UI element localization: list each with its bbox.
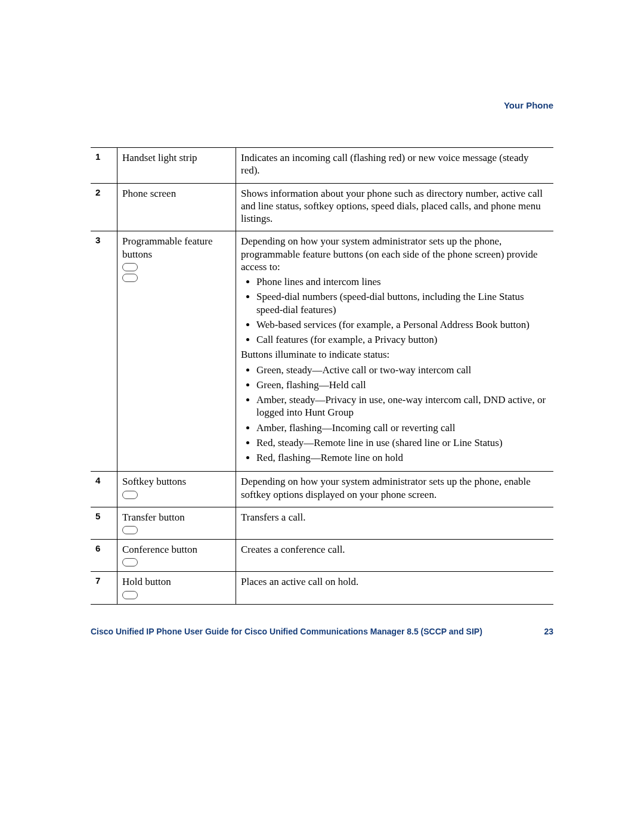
row-feature-name: Softkey buttons	[117, 472, 236, 507]
row-description: Places an active call on hold.	[236, 572, 554, 604]
button-pill-icon	[122, 491, 138, 499]
row-number: 3	[91, 231, 117, 472]
list-item: Call features (for example, a Privacy bu…	[256, 333, 549, 346]
row-feature-name: Handset light strip	[117, 148, 236, 184]
list-item: Web-based services (for example, a Perso…	[256, 318, 549, 331]
button-pill-icon	[122, 558, 138, 566]
row-description: Transfers a call.	[236, 507, 554, 539]
row-number: 4	[91, 472, 117, 507]
feature-table: 1Handset light stripIndicates an incomin…	[91, 147, 553, 605]
table-row: 2Phone screenShows information about you…	[91, 183, 553, 231]
footer-title: Cisco Unified IP Phone User Guide for Ci…	[91, 627, 482, 636]
button-pill-icon	[122, 591, 138, 599]
row-description: Creates a conference call.	[236, 540, 554, 572]
row-feature-name: Transfer button	[117, 507, 236, 539]
table-row: 6Conference buttonCreates a conference c…	[91, 540, 553, 572]
list-item: Green, steady—Active call or two-way int…	[256, 364, 549, 376]
table-row: 1Handset light stripIndicates an incomin…	[91, 148, 553, 184]
section-header: Your Phone	[504, 100, 553, 110]
row-feature-name: Phone screen	[117, 183, 236, 231]
row-description: Shows information about your phone such …	[236, 183, 554, 231]
row-number: 1	[91, 148, 117, 184]
list-item: Phone lines and intercom lines	[256, 275, 549, 288]
row-description: Indicates an incoming call (flashing red…	[236, 148, 554, 184]
button-pill-icon	[122, 263, 138, 271]
row-feature-name: Hold button	[117, 572, 236, 604]
table-row: 5Transfer buttonTransfers a call.	[91, 507, 553, 539]
row-feature-name: Conference button	[117, 540, 236, 572]
table-row: 3Programmable feature buttonsDepending o…	[91, 231, 553, 472]
row-number: 5	[91, 507, 117, 539]
list-item: Amber, steady—Privacy in use, one-way in…	[256, 394, 549, 419]
table-row: 7Hold buttonPlaces an active call on hol…	[91, 572, 553, 604]
row-description: Depending on how your system administrat…	[236, 472, 554, 507]
list-item: Red, steady—Remote line in use (shared l…	[256, 436, 549, 449]
row-description: Depending on how your system administrat…	[236, 231, 554, 472]
table-row: 4Softkey buttonsDepending on how your sy…	[91, 472, 553, 507]
list-item: Speed-dial numbers (speed-dial buttons, …	[256, 290, 549, 316]
row-feature-name: Programmable feature buttons	[117, 231, 236, 472]
row-number: 2	[91, 183, 117, 231]
list-item: Amber, flashing—Incoming call or reverti…	[256, 422, 549, 434]
list-item: Green, flashing—Held call	[256, 379, 549, 391]
row-number: 7	[91, 572, 117, 604]
row-number: 6	[91, 540, 117, 572]
footer-page-number: 23	[544, 627, 553, 636]
button-pill-icon	[122, 274, 138, 282]
page-footer: Cisco Unified IP Phone User Guide for Ci…	[91, 627, 553, 636]
list-item: Red, flashing—Remote line on hold	[256, 451, 549, 464]
button-pill-icon	[122, 526, 138, 534]
